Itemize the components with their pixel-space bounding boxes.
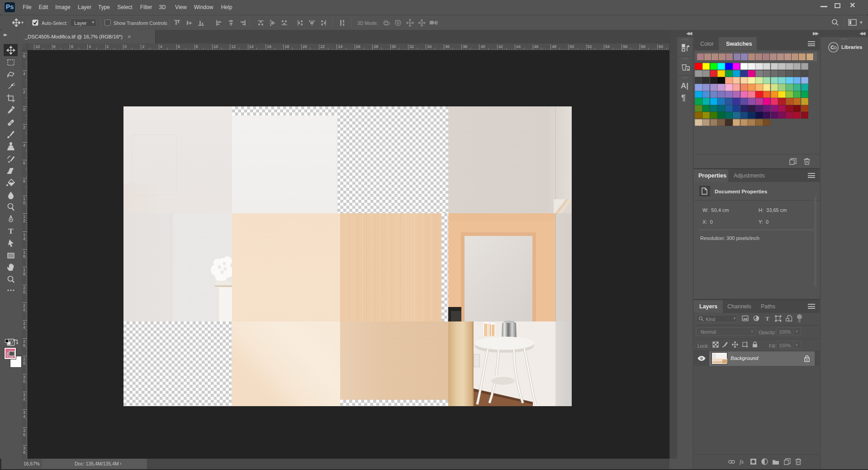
svg-text:T: T [765,315,769,322]
svg-text:T: T [8,227,14,235]
